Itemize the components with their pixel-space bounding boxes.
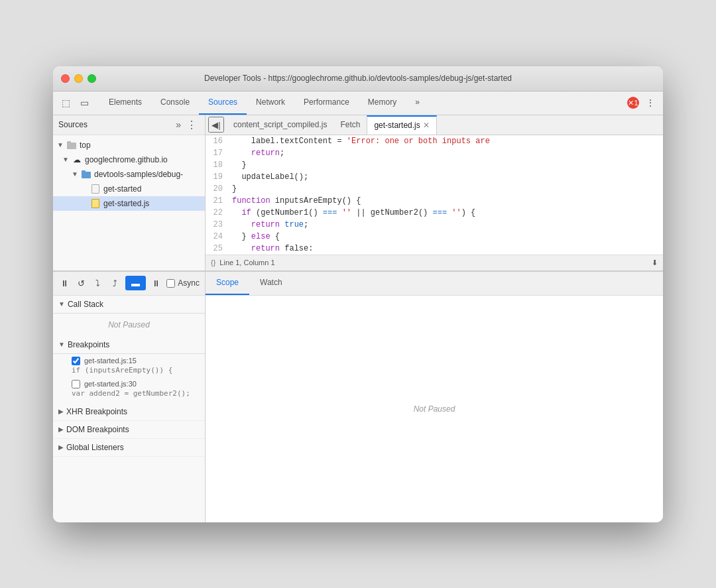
xhr-arrow: ▶ xyxy=(58,408,64,415)
line-content: return false: xyxy=(229,243,663,255)
error-badge[interactable]: ✕ 1 xyxy=(627,97,639,109)
bottom-right-panel: Scope Watch Not Paused xyxy=(206,272,663,522)
call-stack-arrow: ▼ xyxy=(58,300,65,308)
async-label: Async xyxy=(178,278,200,288)
sources-kebab-button[interactable]: ⋮ xyxy=(184,119,200,131)
breakpoint-2-checkbox[interactable] xyxy=(72,380,80,388)
line-content: } xyxy=(229,159,663,171)
code-line-21: 21 function inputsAreEmpty() { xyxy=(206,195,663,207)
step-out-button[interactable]: ⤴ xyxy=(109,276,121,290)
tree-item-top[interactable]: ▼ top xyxy=(53,138,205,152)
breakpoint-1-checkbox[interactable] xyxy=(72,357,80,365)
line-content: } xyxy=(229,183,663,195)
global-listeners-label: Global Listeners xyxy=(66,443,124,452)
nav-back-icon[interactable]: ◀| xyxy=(208,117,224,133)
dom-breakpoints-label: DOM Breakpoints xyxy=(66,425,129,434)
pause-on-exception-button[interactable]: ⏸ xyxy=(150,276,162,290)
code-line-16: 16 label.textContent = 'Error: one or bo… xyxy=(206,135,663,147)
scope-tab[interactable]: Scope xyxy=(206,272,249,295)
close-button[interactable] xyxy=(61,74,70,83)
inspect-icon[interactable]: ⬚ xyxy=(58,95,73,110)
tab-performance[interactable]: Performance xyxy=(294,91,359,115)
tree-item-label: get-started xyxy=(103,184,141,194)
tree-arrow: ▼ xyxy=(57,141,66,148)
tab-console[interactable]: Console xyxy=(151,91,199,115)
code-line-19: 19 updateLabel(); xyxy=(206,171,663,183)
cloud-folder-icon: ☁ xyxy=(72,155,82,164)
main-nav: Elements Console Sources Network Perform… xyxy=(99,91,429,115)
async-checkbox[interactable]: Async xyxy=(166,278,200,288)
tab-fetch[interactable]: Fetch xyxy=(333,115,367,135)
tab-memory[interactable]: Memory xyxy=(359,91,406,115)
tab-close-icon[interactable]: ✕ xyxy=(423,121,430,130)
code-line-24: 24 } else { xyxy=(206,231,663,243)
breakpoints-label: Breakpoints xyxy=(68,340,109,349)
breakpoint-2-code: var addend2 = getNumber2(); xyxy=(72,389,200,398)
tab-network[interactable]: Network xyxy=(247,91,294,115)
tab-label: Fetch xyxy=(340,120,360,129)
code-editor[interactable]: 16 label.textContent = 'Error: one or bo… xyxy=(206,135,663,255)
call-stack-label: Call Stack xyxy=(68,300,103,309)
code-line-25: 25 return false: xyxy=(206,243,663,255)
xhr-breakpoints-header[interactable]: ▶ XHR Breakpoints xyxy=(53,403,205,421)
step-over-button[interactable]: ↺ xyxy=(75,276,88,290)
breakpoint-2: get-started.js:30 var addend2 = getNumbe… xyxy=(53,377,205,400)
tab-get-started-js[interactable]: get-started.js ✕ xyxy=(367,115,436,135)
cursor-position: Line 1, Column 1 xyxy=(219,259,274,266)
deactivate-button[interactable]: ▬ xyxy=(125,276,146,290)
line-number: 17 xyxy=(206,147,229,159)
sources-label: Sources xyxy=(58,120,173,129)
bottom-left-panel: ⏸ ↺ ⤵ ⤴ ▬ ⏸ Async ▼ Call Stack Not Paus xyxy=(53,272,206,522)
collapsed-sections: ▶ XHR Breakpoints ▶ DOM Breakpoints ▶ Gl… xyxy=(53,400,205,459)
tree-item-get-started-js[interactable]: ▶ get-started.js xyxy=(53,196,205,211)
tree-item-folder[interactable]: ▼ devtools-samples/debug- xyxy=(53,167,205,182)
debugger-toolbar: ⏸ ↺ ⤵ ⤴ ▬ ⏸ Async xyxy=(53,272,205,296)
tab-sources[interactable]: Sources xyxy=(199,91,247,115)
scope-watch-tabs: Scope Watch xyxy=(206,272,663,296)
xhr-breakpoints-label: XHR Breakpoints xyxy=(66,407,127,416)
line-content: function inputsAreEmpty() { xyxy=(229,195,663,207)
maximize-button[interactable] xyxy=(88,74,96,83)
line-content: return true; xyxy=(229,219,663,231)
tab-elements[interactable]: Elements xyxy=(99,91,151,115)
toolbar-icons: ⬚ ▭ xyxy=(58,95,91,110)
line-content: } else { xyxy=(229,231,663,243)
step-into-button[interactable]: ⤵ xyxy=(91,276,104,290)
file-tree: ▼ top ▼ ☁ googlechrome.github.io xyxy=(53,135,205,270)
minimize-button[interactable] xyxy=(74,74,83,83)
more-options-icon[interactable]: ⋮ xyxy=(643,95,658,110)
global-arrow: ▶ xyxy=(58,443,64,451)
tree-item-domain[interactable]: ▼ ☁ googlechrome.github.io xyxy=(53,152,205,167)
line-number: 23 xyxy=(206,219,229,231)
tab-more[interactable]: » xyxy=(406,91,429,115)
right-panel: ◀| content_script_compiled.js Fetch get-… xyxy=(206,115,663,270)
download-icon[interactable]: ⬇ xyxy=(652,259,658,267)
pause-button[interactable]: ⏸ xyxy=(58,276,71,290)
watch-tab[interactable]: Watch xyxy=(249,272,293,295)
line-number: 18 xyxy=(206,159,229,171)
folder-icon xyxy=(66,141,77,150)
file-yellow-icon xyxy=(90,199,101,208)
breakpoint-1: get-started.js:15 if (inputsAreEmpty()) … xyxy=(53,354,205,377)
tree-item-get-started[interactable]: ▶ get-started xyxy=(53,182,205,196)
scope-content: Not Paused xyxy=(206,296,663,522)
breakpoint-2-label: get-started.js:30 xyxy=(72,380,200,388)
sources-panel-header: Sources » ⋮ xyxy=(53,115,205,135)
call-stack-header[interactable]: ▼ Call Stack xyxy=(53,296,205,314)
code-line-22: 22 if (getNumber1() === '' || getNumber2… xyxy=(206,207,663,219)
breakpoint-1-label: get-started.js:15 xyxy=(72,357,200,365)
title-bar: Developer Tools - https://googlechrome.g… xyxy=(53,66,663,91)
breakpoints-header[interactable]: ▼ Breakpoints xyxy=(53,336,205,354)
svg-rect-3 xyxy=(82,170,86,173)
sources-more-button[interactable]: » xyxy=(173,118,184,131)
left-panel: Sources » ⋮ ▼ top ▼ xyxy=(53,115,206,270)
main-toolbar: ⬚ ▭ Elements Console Sources Network Per… xyxy=(53,91,663,115)
folder-icon-blue xyxy=(81,170,91,179)
dom-breakpoints-header[interactable]: ▶ DOM Breakpoints xyxy=(53,421,205,439)
tab-content-script[interactable]: content_script_compiled.js xyxy=(227,115,333,135)
line-content: if (getNumber1() === '' || getNumber2() … xyxy=(229,207,663,219)
device-icon[interactable]: ▭ xyxy=(77,95,91,110)
async-input[interactable] xyxy=(166,279,175,288)
code-line-20: 20 } xyxy=(206,183,663,195)
global-listeners-header[interactable]: ▶ Global Listeners xyxy=(53,439,205,457)
